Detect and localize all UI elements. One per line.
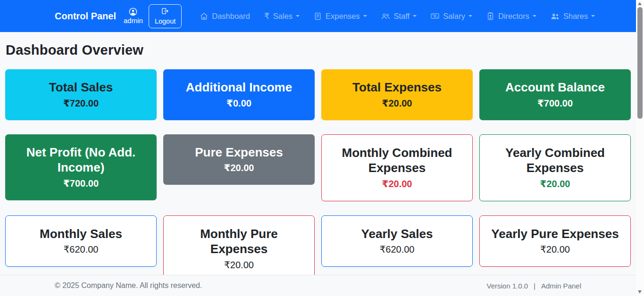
user-menu: admin xyxy=(124,8,143,25)
stat-card: Net Profit (No Add. Income) ₹700.00 xyxy=(5,134,157,200)
card-title: Account Balance xyxy=(491,80,619,95)
footer-container: © 2025 Company Name. All rights reserved… xyxy=(49,281,587,290)
nav-item-directors[interactable]: Directors xyxy=(479,8,544,25)
footer: © 2025 Company Name. All rights reserved… xyxy=(0,275,636,296)
card-value: ₹620.00 xyxy=(17,243,145,256)
card-value: ₹20.00 xyxy=(175,162,303,174)
navbar-container: Control Panel admin Logout Dashboard ₹ S… xyxy=(49,0,587,32)
nav-item-staff[interactable]: Staff xyxy=(374,8,424,25)
card-title: Yearly Sales xyxy=(333,226,461,242)
user-name: admin xyxy=(124,17,143,25)
stat-card: Total Expenses ₹20.00 xyxy=(321,69,473,120)
vertical-scrollbar[interactable] xyxy=(636,0,644,296)
stat-card: Monthly Sales ₹620.00 xyxy=(5,215,157,267)
stat-card: Monthly Combined Expenses ₹20.00 xyxy=(321,134,473,201)
scroll-down-arrow-icon[interactable] xyxy=(638,290,642,294)
card-value: ₹620.00 xyxy=(333,243,461,256)
people-fill-icon xyxy=(551,12,560,20)
card-value: ₹700.00 xyxy=(17,177,145,190)
rupee-icon: ₹ xyxy=(264,12,269,20)
nav-item-dashboard[interactable]: Dashboard xyxy=(193,8,257,25)
card-value: ₹20.00 xyxy=(491,178,619,190)
footer-divider: | xyxy=(534,282,535,290)
card-value: ₹720.00 xyxy=(17,97,145,110)
navbar: Control Panel admin Logout Dashboard ₹ S… xyxy=(0,0,636,32)
nav-item-salary[interactable]: Salary xyxy=(424,8,479,25)
card-title: Yearly Pure Expenses xyxy=(491,226,619,242)
page-title: Dashboard Overview xyxy=(6,42,630,58)
person-circle-icon xyxy=(129,8,137,16)
scroll-up-arrow-icon[interactable] xyxy=(638,2,642,5)
people-icon xyxy=(381,12,390,20)
brand-link[interactable]: Control Panel xyxy=(55,11,116,22)
main-content: Dashboard Overview Total Sales ₹720.00 A… xyxy=(0,32,636,282)
card-title: Pure Expenses xyxy=(175,145,303,160)
chevron-down-icon xyxy=(468,15,472,17)
card-value: ₹0.00 xyxy=(175,97,303,110)
card-value: ₹700.00 xyxy=(491,97,619,110)
logout-label: Logout xyxy=(155,17,176,25)
card-title: Total Sales xyxy=(17,80,145,95)
stat-card: Yearly Pure Expenses ₹20.00 xyxy=(479,215,631,267)
copyright-text: © 2025 Company Name. All rights reserved… xyxy=(55,281,202,290)
footer-meta: Version 1.0.0 | Admin Panel xyxy=(486,282,581,290)
stat-card: Total Sales ₹720.00 xyxy=(5,69,157,120)
stat-card: Pure Expenses ₹20.00 xyxy=(163,134,315,185)
chevron-down-icon xyxy=(533,15,536,17)
chevron-down-icon xyxy=(591,15,595,17)
stat-card: Additional Income ₹0.00 xyxy=(163,69,315,120)
card-title: Net Profit (No Add. Income) xyxy=(17,145,145,175)
logout-button[interactable]: Logout xyxy=(149,4,182,28)
card-title: Total Expenses xyxy=(333,80,461,95)
scrollbar-thumb[interactable] xyxy=(637,7,643,119)
chevron-down-icon xyxy=(413,15,417,17)
card-value: ₹20.00 xyxy=(333,97,461,110)
panel-text: Admin Panel xyxy=(541,282,581,290)
card-title: Monthly Combined Expenses xyxy=(333,145,461,176)
card-title: Additional Income xyxy=(175,80,303,95)
card-title: Yearly Combined Expenses xyxy=(491,145,619,176)
stat-card: Yearly Sales ₹620.00 xyxy=(321,215,473,267)
person-badge-icon xyxy=(486,12,494,20)
card-title: Monthly Sales xyxy=(17,226,145,242)
stat-card: Monthly Pure Expenses ₹20.00 xyxy=(163,215,315,282)
cards-grid: Total Sales ₹720.00 Additional Income ₹0… xyxy=(5,69,631,282)
nav-item-shares[interactable]: Shares xyxy=(544,8,602,25)
card-title: Monthly Pure Expenses xyxy=(175,226,303,257)
chevron-down-icon xyxy=(363,15,367,17)
app-root: Control Panel admin Logout Dashboard ₹ S… xyxy=(0,0,636,296)
box-arrow-right-icon xyxy=(161,8,169,16)
nav-items: Dashboard ₹ Sales Expenses Staff Salary xyxy=(193,8,602,25)
stat-card: Yearly Combined Expenses ₹20.00 xyxy=(479,134,631,201)
card-value: ₹20.00 xyxy=(491,243,619,256)
card-value: ₹20.00 xyxy=(333,178,461,190)
house-icon xyxy=(200,12,208,20)
version-text: Version 1.0.0 xyxy=(486,282,528,290)
chevron-down-icon xyxy=(296,15,300,17)
stat-card: Account Balance ₹700.00 xyxy=(479,69,631,120)
nav-item-sales[interactable]: ₹ Sales xyxy=(257,8,307,25)
cash-icon xyxy=(431,12,439,20)
receipt-icon xyxy=(314,12,322,20)
card-value: ₹20.00 xyxy=(175,259,303,271)
nav-item-expenses[interactable]: Expenses xyxy=(307,8,374,25)
